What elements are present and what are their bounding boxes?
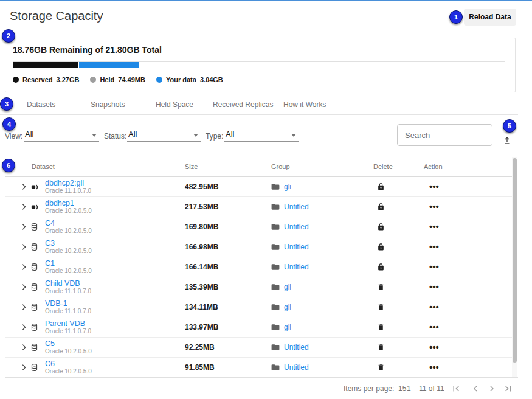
- dataset-version: Oracle 10.2.0.5.0: [45, 368, 185, 375]
- dataset-name-link[interactable]: C1: [45, 259, 185, 268]
- delete-cell[interactable]: [373, 263, 429, 271]
- dataset-size: 92.25MB: [185, 343, 271, 352]
- expand-row-button[interactable]: [17, 323, 30, 331]
- tab-snapshots[interactable]: Snapshots: [91, 100, 125, 109]
- dataset-name-link[interactable]: C5: [45, 339, 185, 348]
- status-filter-select[interactable]: All: [127, 128, 201, 142]
- row-actions-button[interactable]: •••: [429, 204, 513, 210]
- group-link[interactable]: Untitled: [284, 363, 309, 372]
- dataset-version: Oracle 11.1.0.7.0: [45, 308, 185, 315]
- chevron-right-icon: [486, 383, 497, 394]
- legend-item-held: Held 74.49MB: [90, 76, 145, 83]
- previous-page-button[interactable]: [470, 383, 482, 395]
- dataset-size: 217.53MB: [185, 203, 271, 211]
- expand-row-button[interactable]: [17, 263, 30, 271]
- last-page-button[interactable]: [503, 383, 515, 395]
- delete-cell[interactable]: [373, 283, 429, 291]
- export-button[interactable]: [502, 134, 516, 147]
- dataset-group-cell: Untitled: [271, 203, 373, 211]
- expand-row-button[interactable]: [17, 343, 30, 352]
- dataset-name-link[interactable]: VDB-1: [45, 299, 185, 308]
- chevron-right-icon: [19, 363, 28, 372]
- row-actions-button[interactable]: •••: [429, 264, 513, 270]
- tab-held-space[interactable]: Held Space: [156, 100, 193, 109]
- expand-row-button[interactable]: [17, 303, 30, 311]
- delete-cell[interactable]: [373, 303, 429, 311]
- group-link[interactable]: gli: [284, 303, 291, 311]
- chevron-right-icon: [19, 323, 28, 331]
- group-link[interactable]: Untitled: [284, 203, 309, 211]
- column-header-dataset: Dataset: [32, 163, 185, 170]
- table-row: C1 Oracle 10.2.0.5.0 166.14MB Untitled •…: [5, 257, 513, 277]
- table-row: dbdhcp2:gli Oracle 11.1.0.7.0 482.95MB g…: [5, 177, 513, 197]
- group-link[interactable]: Untitled: [284, 263, 309, 271]
- folder-icon: [271, 324, 280, 331]
- row-actions-button[interactable]: •••: [429, 244, 513, 250]
- row-actions-button[interactable]: •••: [429, 324, 513, 330]
- tab-datasets[interactable]: Datasets: [27, 100, 55, 109]
- delete-cell[interactable]: [373, 323, 429, 331]
- delete-cell[interactable]: [373, 203, 429, 211]
- expand-row-button[interactable]: [17, 243, 30, 251]
- group-link[interactable]: gli: [284, 283, 291, 291]
- dataset-name-link[interactable]: C3: [45, 239, 185, 248]
- dataset-version: Oracle 10.2.0.5.0: [45, 248, 185, 255]
- tab-bar: Datasets Snapshots Held Space Received R…: [0, 96, 518, 115]
- folder-icon: [271, 263, 280, 271]
- group-link[interactable]: Untitled: [284, 343, 309, 352]
- group-link[interactable]: Untitled: [284, 223, 309, 231]
- view-filter-select[interactable]: All: [24, 128, 99, 142]
- row-actions-button[interactable]: •••: [429, 344, 513, 350]
- delete-cell[interactable]: [373, 243, 429, 251]
- dataset-name-link[interactable]: Parent VDB: [45, 319, 185, 328]
- capacity-legend: Reserved 3.27GB Held 74.49MB Your data 3…: [13, 76, 223, 83]
- folder-icon: [271, 283, 280, 291]
- column-header-action: Action: [424, 163, 513, 170]
- delete-cell[interactable]: [373, 182, 429, 191]
- expand-row-button[interactable]: [17, 363, 30, 372]
- row-actions-button[interactable]: •••: [429, 364, 513, 370]
- lock-icon: [377, 203, 385, 211]
- expand-row-button[interactable]: [17, 182, 30, 191]
- dataset-name-link[interactable]: dbdhcp2:gli: [45, 179, 185, 187]
- type-filter-select[interactable]: All: [224, 128, 299, 142]
- row-actions-button[interactable]: •••: [429, 284, 513, 290]
- capacity-bar: [13, 61, 505, 68]
- row-actions-button[interactable]: •••: [429, 184, 513, 190]
- group-link[interactable]: Untitled: [284, 243, 309, 251]
- search-input[interactable]: [397, 124, 492, 146]
- expand-row-button[interactable]: [17, 283, 30, 291]
- legend-item-reserved: Reserved 3.27GB: [13, 76, 79, 83]
- callout-4: 4: [2, 117, 16, 131]
- table-footer: Items per page: 15 1 – 11 of 11: [5, 377, 518, 399]
- vertical-scrollbar-track: [512, 157, 517, 378]
- dataset-size: 166.98MB: [185, 243, 271, 251]
- lock-icon: [377, 223, 385, 231]
- dataset-version: Oracle 10.2.0.5.0: [45, 207, 185, 215]
- expand-row-button[interactable]: [17, 223, 30, 231]
- trash-icon: [377, 303, 385, 311]
- dataset-name-link[interactable]: C6: [45, 359, 185, 368]
- group-link[interactable]: gli: [284, 323, 291, 331]
- bar-segment-reserved: [13, 62, 78, 68]
- reload-data-button[interactable]: Reload Data: [464, 9, 516, 26]
- delete-cell[interactable]: [373, 223, 429, 231]
- tab-how-it-works[interactable]: How it Works: [283, 100, 326, 109]
- delete-cell[interactable]: [373, 343, 429, 352]
- first-page-button[interactable]: [451, 383, 463, 395]
- dataset-type-cell: [30, 243, 45, 251]
- group-link[interactable]: gli: [284, 182, 291, 191]
- dataset-name-link[interactable]: dbdhcp1: [45, 199, 185, 207]
- type-filter-label: Type:: [206, 132, 223, 141]
- vertical-scrollbar-thumb[interactable]: [513, 158, 517, 363]
- row-actions-button[interactable]: •••: [429, 304, 513, 310]
- next-page-button[interactable]: [486, 383, 499, 395]
- expand-row-button[interactable]: [17, 203, 30, 211]
- row-actions-button[interactable]: •••: [429, 224, 513, 230]
- delete-cell[interactable]: [373, 363, 429, 372]
- dataset-name-link[interactable]: Child VDB: [45, 279, 185, 288]
- dataset-name-link[interactable]: C4: [45, 219, 185, 227]
- table-row: VDB-1 Oracle 11.1.0.7.0 134.11MB gli •••: [5, 297, 513, 317]
- tab-received-replicas[interactable]: Received Replicas: [213, 100, 273, 109]
- items-per-page-value[interactable]: 15: [398, 384, 406, 393]
